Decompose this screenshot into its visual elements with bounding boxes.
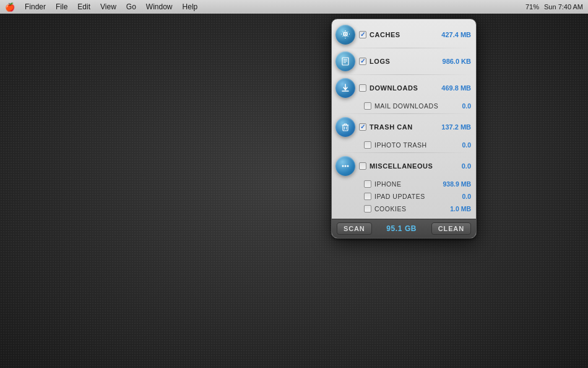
trash-icon xyxy=(335,117,355,137)
ipad-updates-value: 0.0 xyxy=(462,193,471,200)
size-display: 95.1 GB xyxy=(376,224,428,233)
bottom-bar: SCAN 95.1 GB CLEAN xyxy=(332,219,476,238)
caches-checkbox[interactable] xyxy=(359,31,366,38)
caches-value: 427.4 MB xyxy=(441,31,471,38)
row-trash: Trash Can 137.2 MB xyxy=(332,115,476,139)
mail-downloads-checkbox[interactable] xyxy=(364,102,371,110)
size-value: 95.1 GB xyxy=(386,224,417,233)
panel-content: Caches 427.4 MB Logs 986.0 KB xyxy=(332,19,476,219)
svg-point-1 xyxy=(345,33,347,35)
sep-2 xyxy=(337,74,471,75)
downloads-checkbox[interactable] xyxy=(359,84,366,92)
row-downloads: Downloads 469.8 MB xyxy=(332,76,476,100)
row-caches: Caches 427.4 MB xyxy=(332,23,476,46)
cookies-label: Cookies xyxy=(374,205,450,212)
mail-downloads-label: Mail Downloads xyxy=(374,102,462,110)
ipad-updates-label: iPad Updates xyxy=(374,193,462,200)
caches-icon xyxy=(335,25,355,45)
menu-view[interactable]: View xyxy=(97,0,120,14)
iphone-label: iPhone xyxy=(374,180,443,188)
row-logs: Logs 986.0 KB xyxy=(332,50,476,73)
cookies-value: 1.0 MB xyxy=(450,205,471,212)
menu-edit[interactable]: Edit xyxy=(74,0,94,14)
svg-point-16 xyxy=(347,165,349,167)
logs-value: 986.0 KB xyxy=(443,58,471,65)
caches-label: Caches xyxy=(370,31,441,38)
misc-icon xyxy=(335,156,355,176)
trash-checkbox[interactable] xyxy=(359,123,366,131)
scan-button[interactable]: SCAN xyxy=(337,222,372,235)
misc-checkbox[interactable] xyxy=(359,162,366,170)
svg-point-15 xyxy=(345,165,347,167)
iphoto-trash-label: iPhoto Trash xyxy=(374,141,462,149)
iphoto-trash-value: 0.0 xyxy=(462,141,471,149)
apple-menu[interactable]: 🍎 xyxy=(5,2,15,12)
mail-downloads-value: 0.0 xyxy=(462,102,471,110)
logs-icon xyxy=(335,51,355,71)
menu-help[interactable]: Help xyxy=(179,0,202,14)
ipad-updates-checkbox[interactable] xyxy=(364,193,371,200)
logs-checkbox[interactable] xyxy=(359,58,366,65)
battery-status: 71% xyxy=(525,3,539,11)
svg-point-14 xyxy=(342,165,344,167)
cleaner-panel: Caches 427.4 MB Logs 986.0 KB xyxy=(331,19,477,239)
logs-label: Logs xyxy=(370,58,443,65)
row-ipad-updates: iPad Updates 0.0 xyxy=(332,190,476,203)
downloads-value: 469.8 MB xyxy=(441,84,471,92)
clock: Sun 7:40 AM xyxy=(544,3,583,11)
sep-4 xyxy=(337,152,471,153)
cookies-checkbox[interactable] xyxy=(364,205,371,212)
misc-label: Miscellaneous xyxy=(370,162,462,170)
row-cookies: Cookies 1.0 MB xyxy=(332,203,476,215)
downloads-label: Downloads xyxy=(370,84,441,92)
row-iphoto-trash: iPhoto Trash 0.0 xyxy=(332,139,476,151)
sep-1 xyxy=(337,48,471,48)
row-misc: Miscellaneous 0.0 xyxy=(332,154,476,178)
misc-value: 0.0 xyxy=(462,162,471,170)
menu-finder[interactable]: Finder xyxy=(21,0,50,14)
row-mail-downloads: Mail Downloads 0.0 xyxy=(332,100,476,112)
menu-file[interactable]: File xyxy=(52,0,71,14)
sep-3 xyxy=(337,113,471,114)
iphone-checkbox[interactable] xyxy=(364,180,371,188)
menubar-right: 71% Sun 7:40 AM xyxy=(525,3,583,11)
desktop: 🍎 Finder File Edit View Go Window Help 7… xyxy=(0,0,588,368)
downloads-icon xyxy=(335,78,355,98)
menu-window[interactable]: Window xyxy=(142,0,176,14)
iphone-value: 938.9 MB xyxy=(443,180,471,188)
trash-label: Trash Can xyxy=(370,123,441,131)
row-iphone: iPhone 938.9 MB xyxy=(332,178,476,190)
clean-button[interactable]: CLEAN xyxy=(431,222,471,235)
iphoto-trash-checkbox[interactable] xyxy=(364,141,371,149)
menu-go[interactable]: Go xyxy=(123,0,140,14)
trash-value: 137.2 MB xyxy=(441,123,471,131)
menubar: 🍎 Finder File Edit View Go Window Help 7… xyxy=(0,0,588,14)
svg-rect-7 xyxy=(343,125,348,131)
